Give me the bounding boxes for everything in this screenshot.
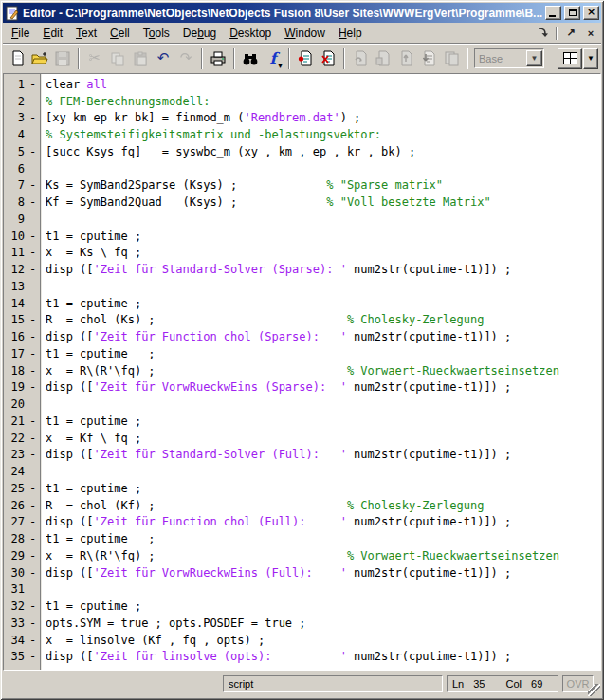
menu-item-tools[interactable]: Tools	[137, 25, 176, 42]
breakpoint-dash[interactable]: -	[25, 364, 41, 378]
code-text[interactable]: disp (['Zeit für Function chol (Sparse):…	[41, 330, 511, 343]
code-text[interactable]: t1 = cputime ;	[41, 482, 141, 495]
breakpoint-dash[interactable]: -	[25, 617, 41, 630]
code-text[interactable]: x = R\(R'\fq) ; % Vorwaert-Rueckwaertsei…	[41, 364, 559, 378]
code-text[interactable]: opts.SYM = true ; opts.POSDEF = true ;	[41, 617, 306, 630]
code-text[interactable]: [succ Ksys fq] = syswbc_m (xy , km , ep …	[41, 145, 415, 158]
code-text[interactable]: t1 = cputime ;	[41, 297, 141, 310]
code-text[interactable]: x = Ks \ fq ;	[41, 246, 141, 259]
maximize-button[interactable]	[564, 6, 580, 20]
resize-grip[interactable]	[588, 684, 600, 696]
code-text[interactable]: Kf = SymBand2Quad (Ksys) ; % "Voll beset…	[41, 195, 491, 209]
code-text[interactable]: [xy km ep kr bk] = finmod_m ('Rendbrem.d…	[41, 111, 360, 124]
code-text[interactable]: disp (['Zeit für Function chol (Full): '…	[41, 515, 511, 528]
undock-icon[interactable]: ↗	[564, 27, 577, 40]
breakpoint-dash[interactable]: -	[25, 78, 41, 91]
breakpoint-dash[interactable]: -	[25, 330, 41, 343]
code-line: 26-R = chol (Kf) ; % Cholesky-Zerlegung	[4, 497, 600, 514]
title-bar[interactable]: Editor - C:\Programme\NetObjects\NetObje…	[3, 3, 601, 23]
find-button[interactable]	[239, 47, 262, 70]
code-text[interactable]: disp (['Zeit für VorwRueckwEins (Sparse)…	[41, 380, 511, 394]
breakpoint-dash[interactable]: -	[25, 414, 41, 428]
breakpoint-dash[interactable]: -	[25, 195, 41, 209]
code-lines: 1-clear all2% FEM-Berechnungsmodell:3-[x…	[4, 74, 600, 665]
breakpoint-dash[interactable]: -	[25, 380, 41, 394]
column-label: Col	[506, 678, 522, 690]
breakpoint-dash[interactable]: -	[25, 432, 41, 445]
minimize-icon	[549, 15, 556, 17]
dock-icon[interactable]	[536, 27, 549, 40]
breakpoint-dash[interactable]: -	[25, 499, 41, 512]
breakpoint-dash[interactable]: -	[25, 246, 41, 259]
code-text[interactable]: clear all	[41, 78, 107, 91]
code-text[interactable]: % Systemsteifigkeitsmatrix und -belastun…	[41, 128, 381, 141]
code-text[interactable]: R = chol (Ks) ; % Cholesky-Zerlegung	[41, 313, 484, 326]
menu-item-window[interactable]: Window	[278, 25, 332, 42]
breakpoint-dash[interactable]: -	[25, 566, 41, 580]
breakpoint-dash[interactable]: -	[25, 111, 41, 124]
close-button[interactable]: ×	[583, 6, 599, 20]
breakpoint-dash[interactable]: -	[25, 230, 41, 243]
code-line: 11-x = Ks \ fq ;	[4, 245, 600, 262]
breakpoint-dash[interactable]: -	[25, 347, 41, 360]
file-type-value: script	[229, 678, 253, 690]
menu-item-desktop[interactable]: Desktop	[223, 25, 278, 42]
breakpoint-dash[interactable]: -	[25, 297, 41, 310]
breakpoint-dash[interactable]: -	[25, 313, 41, 326]
breakpoint-dash[interactable]: -	[25, 448, 41, 461]
code-text[interactable]: t1 = cputime ;	[41, 347, 156, 360]
breakpoint-dash[interactable]: -	[25, 263, 41, 276]
code-line: 16-disp (['Zeit für Function chol (Spars…	[4, 328, 600, 345]
split-screen-button[interactable]	[558, 48, 582, 69]
split-screen-dropdown-button[interactable]: ▼	[583, 48, 598, 69]
code-text[interactable]: t1 = cputime ;	[41, 532, 156, 545]
breakpoint-dash[interactable]: -	[25, 145, 41, 158]
menu-item-cell[interactable]: Cell	[103, 25, 137, 42]
code-token: disp ([	[46, 650, 94, 663]
workspace-combobox[interactable]: Base ▼	[474, 48, 544, 68]
code-line: 21-t1 = cputime ;	[4, 413, 600, 430]
code-text[interactable]: x = Kf \ fq ;	[41, 432, 141, 445]
code-editor[interactable]: 1-clear all2% FEM-Berechnungsmodell:3-[x…	[3, 73, 601, 671]
menu-item-debug[interactable]: Debug	[176, 25, 223, 42]
code-token: num2str(cputime-t1)]) ;	[347, 330, 511, 343]
code-text[interactable]: Ks = SymBand2Sparse (Ksys) ; % "Sparse m…	[41, 178, 443, 192]
print-button[interactable]	[207, 47, 229, 70]
function-browser-button[interactable]: f▼	[262, 47, 284, 70]
breakpoint-dash[interactable]: -	[25, 650, 41, 663]
open-file-button[interactable]	[28, 47, 51, 70]
code-text[interactable]: x = R\(R'\fq) ; % Vorwaert-Rueckwaertsei…	[41, 549, 559, 562]
new-script-button[interactable]	[6, 47, 28, 70]
clear-breakpoints-button[interactable]	[317, 47, 339, 70]
menu-item-text[interactable]: Text	[69, 25, 103, 42]
code-text[interactable]: t1 = cputime ;	[41, 599, 141, 613]
breakpoint-dash[interactable]: -	[25, 532, 41, 545]
breakpoint-dash[interactable]: -	[25, 178, 41, 192]
code-text[interactable]: t1 = cputime ;	[41, 414, 141, 428]
string-literal: 'Zeit für Function chol (Full): '	[94, 515, 347, 528]
code-text[interactable]: % FEM-Berechnungsmodell:	[41, 95, 210, 108]
code-text[interactable]: disp (['Zeit für Standard-Solver (Sparse…	[41, 263, 511, 276]
menu-item-file[interactable]: File	[5, 25, 36, 42]
menu-item-edit[interactable]: Edit	[36, 25, 69, 42]
code-text[interactable]: disp (['Zeit für linsolve (opts): ' num2…	[41, 650, 511, 663]
undo-button[interactable]: ↶	[152, 47, 174, 70]
toggle-breakpoint-button[interactable]	[294, 47, 317, 70]
code-text[interactable]: disp (['Zeit für VorwRueckwEins (Full): …	[41, 566, 511, 580]
close-document-icon[interactable]: ×	[584, 27, 597, 40]
string-literal: 'Zeit für linsolve (opts): '	[94, 650, 347, 663]
code-text[interactable]: R = chol (Kf) ; % Cholesky-Zerlegung	[41, 499, 484, 512]
code-text[interactable]: disp (['Zeit für Standard-Solver (Full):…	[41, 448, 511, 461]
line-number: 35	[4, 650, 25, 663]
breakpoint-dash[interactable]: -	[25, 482, 41, 495]
minimize-button[interactable]	[545, 6, 561, 20]
breakpoint-dash[interactable]: -	[25, 634, 41, 647]
code-text[interactable]: x = linsolve (Kf , fq , opts) ;	[41, 634, 265, 647]
breakpoint-dash[interactable]: -	[25, 599, 41, 613]
menu-item-help[interactable]: Help	[332, 25, 369, 42]
code-token: disp ([	[46, 448, 94, 461]
code-text[interactable]: t1 = cputime ;	[41, 230, 141, 243]
breakpoint-dash[interactable]: -	[25, 515, 41, 528]
chevron-down-icon[interactable]: ▼	[526, 50, 542, 66]
breakpoint-dash[interactable]: -	[25, 549, 41, 562]
